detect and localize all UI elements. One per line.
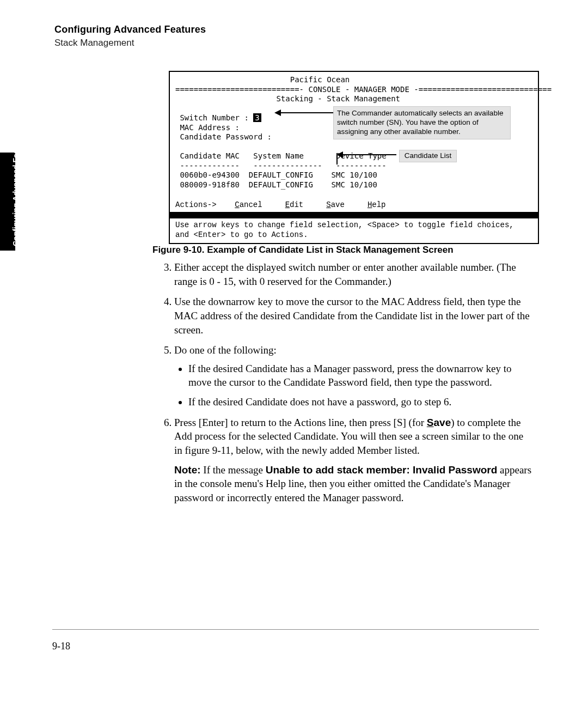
action-cancel: C — [235, 200, 239, 209]
arrow-icon — [342, 154, 396, 155]
step-5: Do one of the following: If the desired … — [174, 343, 534, 409]
action-save: S — [326, 200, 330, 209]
step-4: Use the downarrow key to move the cursor… — [174, 295, 534, 337]
switch-number-value: 3 — [253, 113, 261, 122]
step-5-bullet-2: If the desired Candidate does not have a… — [188, 395, 534, 409]
section-tab-label: Configuring Advanced Features — [11, 131, 21, 246]
action-edit: E — [285, 200, 290, 209]
footer-rule — [52, 629, 539, 630]
console-divider — [170, 212, 538, 218]
page-number: 9-18 — [52, 640, 70, 653]
callout-candidate-list: Candidate List — [399, 150, 457, 162]
arrow-icon — [280, 112, 333, 113]
actions-line: Actions-> Cancel Edit Save Help — [170, 199, 538, 211]
callout-commander: The Commander automatically selects an a… — [333, 106, 511, 139]
section-tab: Configuring Advanced Features — [0, 153, 15, 251]
header-title: Configuring Advanced Features — [54, 23, 206, 36]
header-subtitle: Stack Management — [54, 37, 206, 50]
console-hints: Use arrow keys to change field selection… — [170, 218, 538, 243]
step-3: Either accept the displayed switch numbe… — [174, 260, 534, 288]
body-content: Either accept the displayed switch numbe… — [152, 260, 534, 512]
note-label: Note: — [174, 464, 201, 476]
action-help: H — [367, 200, 372, 209]
console-screenshot: Pacific Ocean ==========================… — [169, 71, 539, 244]
step-6: Press [Enter] to return to the Actions l… — [174, 416, 534, 505]
error-message: Unable to add stack member: Invalid Pass… — [266, 464, 498, 476]
figure-caption: Figure 9-10. Example of Candidate List i… — [152, 244, 454, 257]
step-5-bullet-1: If the desired Candidate has a Manager p… — [188, 362, 534, 389]
page-header: Configuring Advanced Features Stack Mana… — [54, 23, 206, 50]
